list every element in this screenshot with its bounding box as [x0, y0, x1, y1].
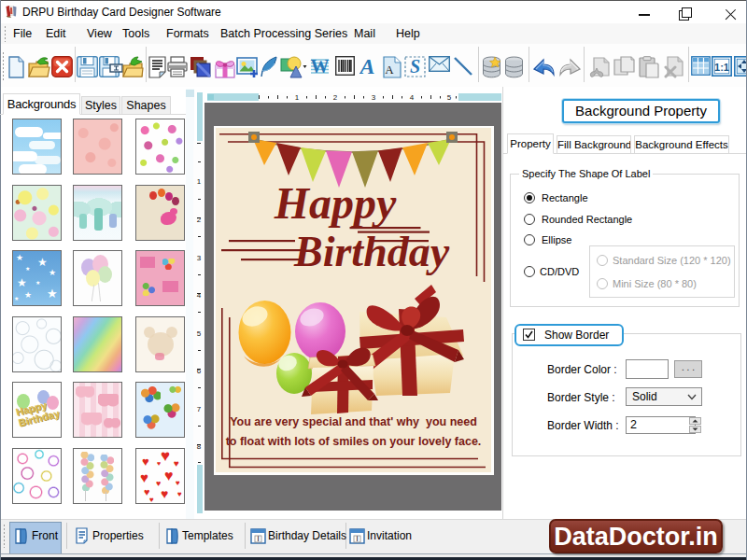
svg-text:8: 8 — [197, 442, 202, 451]
svg-text:4: 4 — [410, 93, 415, 102]
svg-text:A: A — [359, 56, 375, 77]
svg-text:5: 5 — [447, 93, 452, 102]
svg-text:5: 5 — [197, 329, 202, 338]
svg-text:I: I — [257, 534, 260, 543]
svg-text:6: 6 — [197, 367, 202, 375]
svg-text:4: 4 — [197, 291, 202, 300]
svg-text:1: 1 — [295, 93, 300, 102]
svg-text:S: S — [410, 56, 420, 77]
svg-text:W: W — [311, 56, 330, 77]
svg-text:1: 1 — [197, 177, 202, 186]
svg-text:1:1: 1:1 — [714, 62, 729, 73]
svg-text:7: 7 — [197, 405, 202, 413]
svg-text:3: 3 — [372, 93, 376, 102]
svg-text:2: 2 — [333, 93, 338, 102]
svg-text:2: 2 — [197, 216, 202, 224]
svg-text:I: I — [356, 534, 359, 543]
svg-text:3: 3 — [197, 254, 202, 262]
svg-text:A: A — [385, 63, 394, 77]
